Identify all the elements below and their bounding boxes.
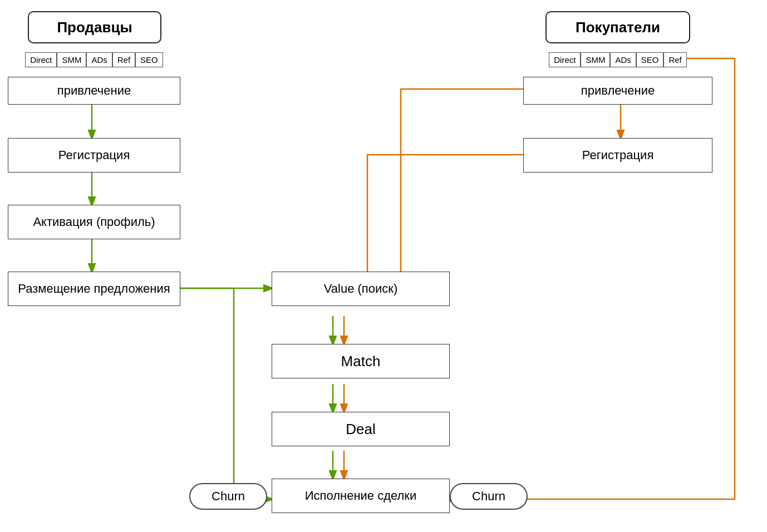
sellers-channel-smm: SMM [57, 52, 86, 67]
buyers-attraction: привлечение [523, 77, 712, 105]
center-value: Value (поиск) [272, 272, 450, 306]
center-execution: Исполнение сделки [272, 479, 450, 513]
buyers-channel-smm: SMM [581, 52, 610, 67]
buyers-title: Покупатели [545, 11, 690, 43]
sellers-channels: Direct SMM ADs Ref SEO [8, 49, 180, 70]
buyers-channel-direct: Direct [549, 52, 581, 67]
buyers-channel-ref: Ref [663, 52, 686, 67]
sellers-channel-seo: SEO [135, 52, 163, 67]
center-deal: Deal [272, 412, 450, 446]
sellers-placement: Размещение предложения [8, 272, 180, 306]
buyers-channels: Direct SMM ADs SEO Ref [523, 49, 712, 70]
churn-right: Churn [450, 483, 528, 510]
sellers-registration: Регистрация [8, 138, 180, 173]
churn-left: Churn [189, 483, 267, 510]
sellers-channel-ref: Ref [112, 52, 135, 67]
buyers-channel-ads: ADs [610, 52, 636, 67]
sellers-attraction: привлечение [8, 77, 180, 105]
sellers-channel-direct: Direct [25, 52, 57, 67]
center-match: Match [272, 344, 450, 378]
buyers-channel-seo: SEO [636, 52, 664, 67]
sellers-activation: Активация (профиль) [8, 205, 180, 239]
diagram: Продавцы Direct SMM ADs Ref SEO привлече… [0, 0, 767, 532]
sellers-channel-ads: ADs [86, 52, 112, 67]
buyers-registration: Регистрация [523, 138, 712, 173]
sellers-title: Продавцы [28, 11, 161, 43]
